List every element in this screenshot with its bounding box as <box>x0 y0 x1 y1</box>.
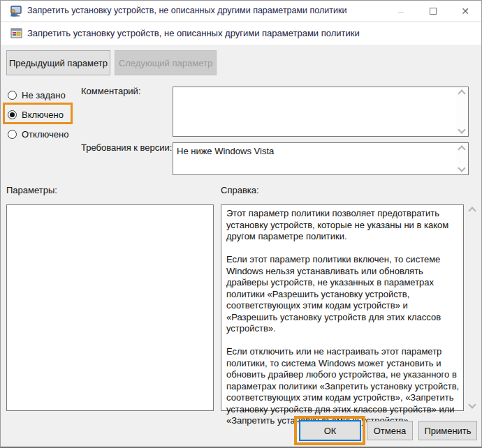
close-button[interactable]: ✕ <box>449 1 481 21</box>
help-scrollbar[interactable] <box>466 204 479 411</box>
scroll-up-icon[interactable] <box>458 89 465 97</box>
radio-label: Отключено <box>22 129 68 140</box>
close-icon: ✕ <box>461 6 469 17</box>
previous-setting-button[interactable]: Предыдущий параметр <box>6 50 110 75</box>
radio-label: Не задано <box>22 90 66 100</box>
options-label: Параметры: <box>6 185 57 195</box>
comment-textarea[interactable] <box>173 87 469 137</box>
help-text: Этот параметр политики позволяет предотв… <box>226 208 460 427</box>
titlebar: Запретить установку устройств, не описан… <box>1 1 481 22</box>
radio-circle-icon <box>8 91 17 100</box>
radio-circle-icon <box>8 110 17 119</box>
policy-computer-icon <box>10 6 22 17</box>
minimize-icon: – <box>398 6 404 17</box>
version-value: Не ниже Windows Vista <box>177 146 453 156</box>
cancel-button[interactable]: Отмена <box>367 421 413 440</box>
scroll-up-icon[interactable] <box>458 145 465 153</box>
policy-setting-icon <box>10 27 22 39</box>
version-label: Требования к версии: <box>81 142 172 153</box>
version-textarea[interactable]: Не ниже Windows Vista <box>173 142 469 175</box>
help-panel: Этот параметр политики позволяет предотв… <box>221 204 464 411</box>
radio-not-configured[interactable]: Не задано <box>8 89 66 101</box>
maximize-button[interactable] <box>417 1 449 21</box>
scroll-up-icon[interactable] <box>468 207 476 214</box>
minimize-button: – <box>385 1 417 21</box>
scroll-down-icon[interactable] <box>458 164 465 172</box>
help-label: Справка: <box>221 185 259 195</box>
policy-setting-dialog: Запретить установку устройств, не описан… <box>0 0 482 448</box>
radio-circle-icon <box>8 130 17 139</box>
next-setting-button: Следующий параметр <box>115 50 217 75</box>
scroll-down-icon[interactable] <box>458 126 465 133</box>
apply-button[interactable]: Применить <box>418 421 477 440</box>
version-scrollbar[interactable] <box>456 144 467 174</box>
options-panel <box>6 204 214 411</box>
setting-header: Запретить установку устройств, не описан… <box>1 22 481 45</box>
maximize-icon <box>430 8 437 15</box>
window-title: Запретить установку устройств, не описан… <box>27 6 346 15</box>
radio-label: Включено <box>22 110 64 120</box>
setting-title: Запретить установку устройств, не описан… <box>27 28 360 38</box>
comment-label: Комментарий: <box>81 86 141 96</box>
radio-enabled[interactable]: Включено <box>8 108 64 121</box>
ok-button[interactable]: ОК <box>299 420 361 441</box>
radio-disabled[interactable]: Отключено <box>8 128 68 140</box>
comment-scrollbar[interactable] <box>456 88 467 135</box>
scroll-down-icon[interactable] <box>468 401 476 408</box>
